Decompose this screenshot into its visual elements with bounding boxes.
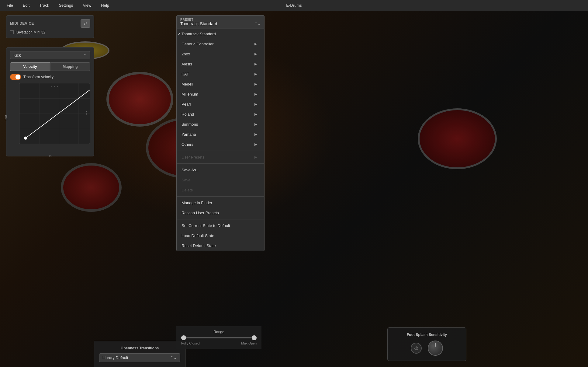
- preset-rescan[interactable]: Rescan User Presets: [177, 208, 264, 218]
- set-default-label: Set Current State to Default: [182, 223, 230, 228]
- preset-roland-label: Roland: [182, 112, 194, 117]
- power-button[interactable]: ⏻: [411, 343, 422, 354]
- preset-current-value: Toontrack Standard: [180, 21, 217, 26]
- sensitivity-knob[interactable]: [428, 341, 443, 356]
- user-presets-label: User Presets: [182, 155, 204, 159]
- preset-save-as[interactable]: Save As...: [177, 165, 264, 175]
- drum-shape-1: [106, 72, 173, 127]
- range-right-label: Max Open: [241, 341, 257, 345]
- preset-container: Preset Toontrack Standard ⌃⌄ Toontrack S…: [176, 15, 265, 251]
- power-icon: ⏻: [414, 346, 418, 351]
- preset-arrows-icon: ⌃⌄: [254, 22, 261, 26]
- menu-track[interactable]: Track: [37, 2, 51, 9]
- preset-millenium-label: Millenium: [182, 92, 198, 96]
- preset-2box[interactable]: 2box ▶: [177, 49, 264, 59]
- range-panel: Range Fully Closed Max Open: [176, 326, 261, 349]
- velocity-graph[interactable]: • • • •••: [19, 83, 90, 144]
- save-as-label: Save As...: [182, 168, 199, 172]
- preset-alesis[interactable]: Alesis ▶: [177, 59, 264, 69]
- midi-device-panel: MIDI Device ⇄ Keystation Mini 32: [6, 15, 94, 38]
- manage-label: Manage in Finder: [182, 201, 212, 205]
- preset-header[interactable]: Preset Toontrack Standard ⌃⌄: [176, 15, 265, 29]
- separator-1: [177, 151, 264, 151]
- menu-view[interactable]: View: [81, 2, 93, 9]
- library-label: Library Default: [102, 355, 128, 360]
- in-label: In: [49, 154, 51, 158]
- preset-yamaha-label: Yamaha: [182, 132, 196, 137]
- preset-toontrack-standard[interactable]: Toontrack Standard: [177, 29, 264, 39]
- preset-reset-default[interactable]: Reset Default State: [177, 241, 264, 251]
- alesis-chevron-icon: ▶: [254, 62, 257, 66]
- load-default-label: Load Default State: [182, 233, 214, 238]
- preset-medeli[interactable]: Medeli ▶: [177, 79, 264, 89]
- openness-panel: Openness Transitions Library Default ⌃⌄: [94, 341, 185, 367]
- preset-millenium[interactable]: Millenium ▶: [177, 89, 264, 99]
- midi-device-header: MIDI Device ⇄: [10, 19, 90, 28]
- preset-manage-finder[interactable]: Manage in Finder: [177, 198, 264, 208]
- menu-file[interactable]: File: [5, 2, 15, 9]
- simmons-chevron-icon: ▶: [254, 122, 257, 126]
- preset-simmons[interactable]: Simmons ▶: [177, 119, 264, 129]
- separator-4: [177, 219, 264, 219]
- kick-label: Kick: [13, 53, 21, 58]
- delete-label: Delete: [182, 188, 193, 192]
- library-select[interactable]: Library Default ⌃⌄: [99, 353, 180, 362]
- pearl-chevron-icon: ▶: [254, 102, 257, 106]
- preset-set-default[interactable]: Set Current State to Default: [177, 221, 264, 231]
- menu-bar: File Edit Track Settings View Help E-Dru…: [0, 0, 588, 11]
- svg-point-7: [24, 137, 27, 140]
- range-thumb-left[interactable]: [181, 335, 186, 340]
- preset-generic-controller[interactable]: Generic Controller ▶: [177, 39, 264, 49]
- preset-load-default[interactable]: Load Default State: [177, 231, 264, 241]
- range-labels: Fully Closed Max Open: [181, 341, 257, 345]
- drum-shape-3: [61, 163, 122, 212]
- menu-help[interactable]: Help: [99, 2, 111, 9]
- foot-splash-panel: Foot Splash Sensitivity ⏻: [387, 327, 466, 361]
- kick-select[interactable]: Kick ⌃: [10, 51, 90, 59]
- preset-simmons-label: Simmons: [182, 122, 198, 127]
- separator-3: [177, 196, 264, 197]
- midi-checkbox-row: Keystation Mini 32: [10, 30, 90, 34]
- window-title: E-Drums: [286, 3, 302, 8]
- preset-dropdown-menu: Toontrack Standard Generic Controller ▶ …: [176, 29, 265, 251]
- preset-value-row: Toontrack Standard ⌃⌄: [180, 21, 261, 26]
- preset-others[interactable]: Others ▶: [177, 139, 264, 149]
- transform-velocity-toggle[interactable]: [10, 74, 21, 80]
- drum-shape-right: [418, 108, 497, 169]
- range-thumb-right[interactable]: [252, 335, 257, 340]
- foot-controls: ⏻: [393, 341, 461, 356]
- transform-row: Transform Velocity: [10, 74, 90, 80]
- velocity-tab[interactable]: Velocity: [10, 62, 50, 71]
- swap-button[interactable]: ⇄: [81, 19, 90, 28]
- separator-2: [177, 163, 264, 164]
- reset-default-label: Reset Default State: [182, 243, 216, 248]
- preset-save: Save: [177, 175, 264, 185]
- toggle-knob: [16, 75, 20, 79]
- preset-others-label: Others: [182, 142, 193, 147]
- roland-chevron-icon: ▶: [254, 112, 257, 116]
- menu-edit[interactable]: Edit: [21, 2, 31, 9]
- foot-splash-title: Foot Splash Sensitivity: [393, 333, 461, 337]
- preset-toontrack-label: Toontrack Standard: [182, 32, 216, 36]
- preset-pearl-label: Pearl: [182, 102, 191, 107]
- midi-device-name: Keystation Mini 32: [16, 30, 45, 34]
- save-label: Save: [182, 178, 191, 182]
- millenium-chevron-icon: ▶: [254, 92, 257, 96]
- out-label: Out: [4, 115, 8, 121]
- midi-device-checkbox[interactable]: [10, 30, 14, 34]
- preset-user-presets: User Presets ▶: [177, 152, 264, 162]
- library-chevron-icon: ⌃⌄: [170, 355, 177, 360]
- preset-pearl[interactable]: Pearl ▶: [177, 99, 264, 109]
- generic-chevron-icon: ▶: [254, 42, 257, 46]
- preset-generic-label: Generic Controller: [182, 42, 214, 46]
- range-slider[interactable]: [181, 337, 257, 338]
- preset-yamaha[interactable]: Yamaha ▶: [177, 129, 264, 139]
- menu-settings[interactable]: Settings: [57, 2, 75, 9]
- velocity-panel: Kick ⌃ Velocity Mapping Transform Veloci…: [6, 47, 94, 156]
- preset-medeli-label: Medeli: [182, 82, 193, 86]
- preset-kat[interactable]: KAT ▶: [177, 69, 264, 79]
- mapping-tab[interactable]: Mapping: [50, 62, 90, 71]
- preset-kat-label: KAT: [182, 72, 189, 76]
- rescan-label: Rescan User Presets: [182, 211, 219, 215]
- preset-roland[interactable]: Roland ▶: [177, 109, 264, 119]
